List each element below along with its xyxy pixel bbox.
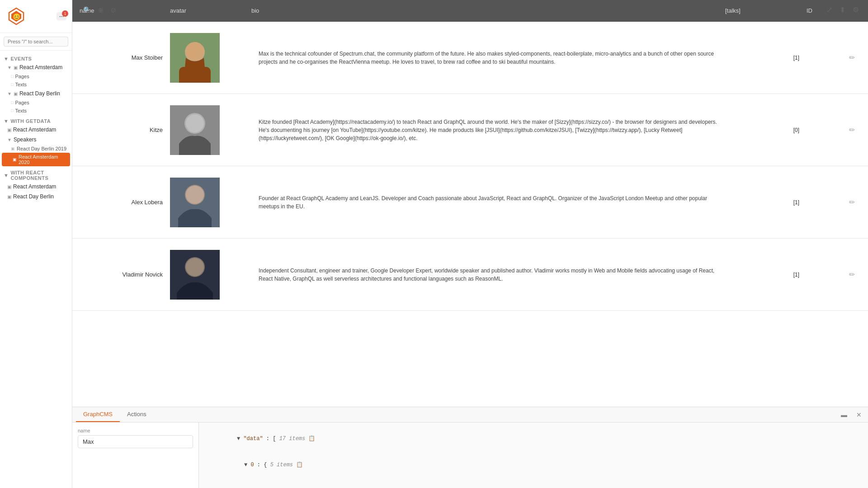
tab-graphcms[interactable]: GraphCMS <box>76 407 120 422</box>
svg-point-5 <box>186 42 204 60</box>
speaker-bio: Independent Consultant, engineer and tra… <box>251 267 725 283</box>
page-icon: □ <box>11 100 13 105</box>
more-button[interactable]: ··· 1 <box>57 12 66 20</box>
sub-icon: ▣ <box>13 157 17 162</box>
table-header: name avatar bio [talks] ID <box>72 0 868 22</box>
speakers-table: Max Stoiber Max is the technical cofound… <box>72 22 868 407</box>
sidebar-item-label: React Day Berlin <box>19 90 60 97</box>
table-row: Kitze Kitze founded [React Academy](http… <box>72 94 868 166</box>
folder-icon: ▣ <box>14 91 18 96</box>
getdata-arrow-icon: ▼ <box>4 118 9 124</box>
item-icon: ▣ <box>7 194 11 199</box>
speaker-avatar <box>170 250 251 300</box>
sub-icon: ▣ <box>11 146 15 151</box>
sidebar-subitem-label: React Amsterdam 2020 <box>19 154 66 165</box>
sidebar-subitem-label: Texts <box>15 108 27 113</box>
sidebar-navigation: ▼ Events ▼ ▣ React Amsterdam □ Pages □ T… <box>0 51 72 488</box>
sidebar-item-label: React Day Berlin <box>13 193 54 200</box>
svg-rect-15 <box>184 278 206 280</box>
collapse-icon: ▼ <box>7 65 12 70</box>
sidebar-item-react-amsterdam[interactable]: ▼ ▣ React Amsterdam <box>0 62 72 72</box>
share-button[interactable]: ⬆ <box>838 4 847 16</box>
bottom-panel: GraphCMS Actions ▬ ✕ name ▼ "data" : [ 1… <box>72 407 868 488</box>
zoom-out-button[interactable]: 🔍 <box>80 5 94 14</box>
minimize-button[interactable]: ▬ <box>838 409 850 420</box>
expand-button[interactable]: ⤢ <box>825 4 834 16</box>
zoom-in-button[interactable]: ⊕ <box>95 5 106 14</box>
svg-point-14 <box>186 258 204 276</box>
sidebar-subitem-texts-1[interactable]: □ Texts <box>0 80 72 89</box>
sidebar-item-label: React Amsterdam <box>19 64 62 70</box>
speaker-talks: [1] <box>725 272 807 278</box>
events-section-header[interactable]: ▼ Events <box>0 52 72 62</box>
speaker-bio: Founder at React GraphQL Academy and Lea… <box>251 194 725 211</box>
page-icon: □ <box>11 74 13 79</box>
sidebar-subitem-rdb2019[interactable]: ▣ React Day Berlin 2019 <box>0 145 72 153</box>
name-field-input[interactable] <box>78 435 193 448</box>
sidebar-subitem-pages-1[interactable]: □ Pages <box>0 72 72 80</box>
zoom-reset-button[interactable]: ⊙ <box>108 5 119 14</box>
sidebar-item-react-day-berlin[interactable]: ▼ ▣ React Day Berlin <box>0 89 72 99</box>
svg-point-11 <box>186 186 204 204</box>
edit-button[interactable]: ✏ <box>843 52 861 64</box>
svg-text:😊: 😊 <box>13 13 21 21</box>
table-row: Max Stoiber Max is the technical cofound… <box>72 22 868 94</box>
name-field-group: name <box>78 428 193 448</box>
getdata-label: with getData <box>10 118 51 124</box>
collapse-icon: ▼ <box>7 137 12 142</box>
bottom-tab-list: GraphCMS Actions <box>76 407 154 422</box>
zoom-toolbar: 🔍 ⊕ ⊙ <box>77 4 123 16</box>
speaker-bio: Kitze founded [React Academy](https://re… <box>251 118 725 142</box>
speaker-talks: [1] <box>725 55 807 61</box>
json-line: ▼ "data" : [ 17 items 📋 <box>204 426 863 452</box>
bottom-tabs: GraphCMS Actions ▬ ✕ <box>72 407 868 422</box>
sidebar-item-react-day-berlin-2[interactable]: ▣ React Day Berlin <box>0 192 72 202</box>
speaker-avatar <box>170 178 251 227</box>
text-icon: □ <box>11 108 13 113</box>
svg-point-8 <box>186 114 204 132</box>
edit-button[interactable]: ✏ <box>843 196 861 208</box>
table-row: Vladimir Novick Independent Consultant, … <box>72 239 868 311</box>
item-icon: ▣ <box>7 184 11 189</box>
speaker-avatar <box>170 105 251 155</box>
settings-button[interactable]: ⚙ <box>851 4 861 16</box>
sidebar-subitem-label: Texts <box>15 82 27 87</box>
main-content: name avatar bio [talks] ID Max Stoiber <box>72 0 868 488</box>
sidebar-item-react-amsterdam-3[interactable]: ▣ React Amsterdam <box>0 182 72 192</box>
sidebar-subitem-pages-2[interactable]: □ Pages <box>0 99 72 107</box>
col-header-avatar: avatar <box>170 7 251 14</box>
col-header-talks: [talks] <box>725 7 807 14</box>
speaker-bio: Max is the technical cofounder of Spectr… <box>251 50 725 66</box>
speaker-avatar <box>170 33 251 83</box>
sidebar-subitem-label: Pages <box>15 100 29 105</box>
top-toolbar: ⤢ ⬆ ⚙ <box>817 0 868 19</box>
getdata-section-header[interactable]: ▼ with getData <box>0 115 72 125</box>
sidebar-logo-area: 😊 ··· 1 <box>0 0 72 33</box>
sidebar-item-speakers[interactable]: ▼ Speakers <box>0 135 72 145</box>
sidebar-subitem-ra2020[interactable]: ▣ React Amsterdam 2020 <box>2 153 70 166</box>
tab-actions[interactable]: Actions <box>120 407 154 422</box>
name-field-label: name <box>78 428 193 433</box>
edit-button[interactable]: ✏ <box>843 268 861 281</box>
events-arrow-icon: ▼ <box>4 56 9 61</box>
speaker-name: Alex Lobera <box>80 199 170 206</box>
close-bottom-button[interactable]: ✕ <box>854 409 864 420</box>
react-components-section-header[interactable]: ▼ with React Components <box>0 166 72 182</box>
item-icon: ▣ <box>7 127 11 132</box>
folder-icon: ▣ <box>14 65 18 70</box>
sidebar: 😊 ··· 1 ▼ Events ▼ ▣ React Amsterdam □ P… <box>0 0 72 488</box>
speaker-name: Vladimir Novick <box>80 271 170 278</box>
collapse-icon: ▼ <box>7 91 12 96</box>
sidebar-item-label: Speakers <box>14 136 37 143</box>
speaker-name: Kitze <box>80 127 170 133</box>
sidebar-item-react-amsterdam-2[interactable]: ▣ React Amsterdam <box>0 125 72 135</box>
sidebar-subitem-texts-2[interactable]: □ Texts <box>0 107 72 115</box>
search-input[interactable] <box>4 37 68 47</box>
json-line: "name" : string "Max Stoiber" <box>204 478 863 488</box>
react-components-label: with React Components <box>10 170 68 181</box>
speaker-talks: [0] <box>725 127 807 133</box>
edit-button[interactable]: ✏ <box>843 124 861 136</box>
react-components-arrow-icon: ▼ <box>4 173 9 178</box>
bottom-form: name <box>72 422 199 488</box>
table-row: Alex Lobera Founder at React GraphQL Aca… <box>72 166 868 239</box>
